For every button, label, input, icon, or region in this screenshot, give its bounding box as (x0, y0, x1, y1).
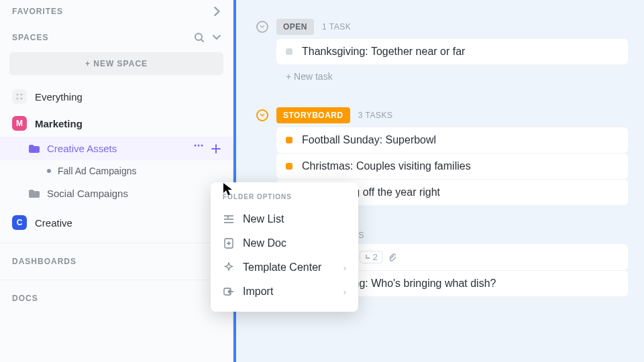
favorites-label: FAVORITES (12, 7, 63, 16)
sidebar-item-everything[interactable]: Everything (0, 83, 233, 110)
sidebar: FAVORITES SPACES + NEW SPACE Everything … (0, 0, 233, 362)
svg-point-3 (17, 98, 19, 100)
svg-point-5 (195, 144, 197, 146)
svg-point-1 (17, 94, 19, 96)
chevron-right-icon: › (343, 263, 346, 273)
chevron-right-icon: › (343, 287, 346, 297)
sidebar-item-social-campaigns[interactable]: Social Campaigns (0, 182, 233, 205)
svg-point-4 (21, 98, 23, 100)
task-status-icon[interactable] (286, 137, 292, 143)
docs-section[interactable]: DOCS (0, 287, 233, 310)
grid-icon (12, 89, 27, 104)
group-header: OPEN 1 TASK (256, 19, 628, 35)
menu-import[interactable]: Import › (211, 280, 358, 304)
fall-ad-label: Fall Ad Campaigns (58, 166, 137, 176)
dashboards-section[interactable]: DASHBOARDS (0, 250, 233, 273)
task-row[interactable]: Thanksgiving: Together near or far (276, 39, 628, 64)
spaces-controls (194, 32, 221, 43)
task-meta: 2 (360, 251, 396, 263)
space-badge: M (12, 116, 27, 131)
chevron-right-icon (214, 7, 221, 16)
menu-label: New Doc (243, 237, 286, 249)
folder-icon (28, 188, 40, 199)
menu-label: Import (243, 286, 273, 298)
menu-label: Template Center (243, 261, 321, 274)
divider (0, 243, 233, 243)
creative-assets-label: Creative Assets (47, 143, 117, 154)
task-status-icon[interactable] (286, 48, 292, 55)
list-icon (223, 215, 235, 224)
task-title: Thanksgiving: Together near or far (302, 46, 465, 58)
everything-label: Everything (35, 91, 83, 103)
space-badge: C (12, 215, 27, 230)
svg-point-7 (201, 144, 203, 146)
status-pill[interactable]: STORYBOARD (276, 107, 350, 123)
sidebar-item-fall-ad[interactable]: Fall Ad Campaigns (0, 160, 233, 182)
doc-icon (223, 238, 235, 249)
task-count: 3 TASKS (358, 111, 393, 120)
collapse-toggle[interactable] (256, 109, 268, 121)
spaces-label: SPACES (12, 33, 48, 42)
creative-label: Creative (35, 217, 72, 229)
menu-template-center[interactable]: Template Center › (211, 255, 358, 280)
new-task-button[interactable]: + New task (286, 64, 628, 88)
dashboards-label: DASHBOARDS (12, 257, 76, 266)
status-pill[interactable]: OPEN (276, 19, 314, 35)
task-title: Football Sunday: Superbowl (302, 134, 436, 146)
favorites-section[interactable]: FAVORITES (0, 0, 233, 23)
group-header: STORYBOARD 3 TASKS (256, 107, 628, 123)
status-group-open: OPEN 1 TASK Thanksgiving: Together near … (240, 19, 644, 88)
docs-label: DOCS (12, 294, 38, 303)
sparkle-icon (223, 262, 235, 273)
social-campaigns-label: Social Campaigns (47, 188, 128, 199)
spaces-section[interactable]: SPACES (0, 23, 233, 50)
task-row[interactable]: Football Sunday: Superbowl (276, 127, 628, 153)
chevron-down-icon[interactable] (213, 35, 221, 40)
task-status-icon[interactable] (286, 163, 292, 170)
search-icon[interactable] (194, 32, 205, 43)
marketing-label: Marketing (35, 118, 83, 129)
plus-icon[interactable] (211, 144, 221, 154)
menu-new-list[interactable]: New List (211, 207, 358, 231)
svg-point-2 (21, 94, 23, 96)
sidebar-item-creative-assets[interactable]: Creative Assets (0, 137, 233, 160)
import-icon (223, 286, 235, 297)
task-list: Thanksgiving: Together near or far (256, 39, 628, 64)
more-icon[interactable] (194, 144, 203, 154)
bullet-icon (47, 169, 51, 173)
cursor-icon (223, 182, 233, 196)
collapse-toggle[interactable] (256, 21, 268, 33)
task-count: 1 TASK (322, 22, 351, 32)
attachment-icon[interactable] (388, 253, 396, 262)
task-row[interactable]: Christmas: Couples visiting families (276, 153, 628, 179)
divider (0, 280, 233, 280)
new-space-button[interactable]: + NEW SPACE (9, 52, 223, 75)
menu-new-doc[interactable]: New Doc (211, 231, 358, 255)
sidebar-item-creative[interactable]: C Creative (0, 209, 233, 236)
group-header-partial: TASKS (337, 231, 628, 240)
sidebar-item-marketing[interactable]: M Marketing (0, 110, 233, 137)
menu-label: New List (243, 213, 284, 225)
subtask-count[interactable]: 2 (360, 251, 382, 263)
task-title: Christmas: Couples visiting families (302, 160, 471, 172)
svg-point-6 (198, 144, 200, 146)
folder-options-menu: FOLDER OPTIONS New List New Doc Template… (211, 182, 358, 312)
folder-icon (28, 143, 40, 154)
